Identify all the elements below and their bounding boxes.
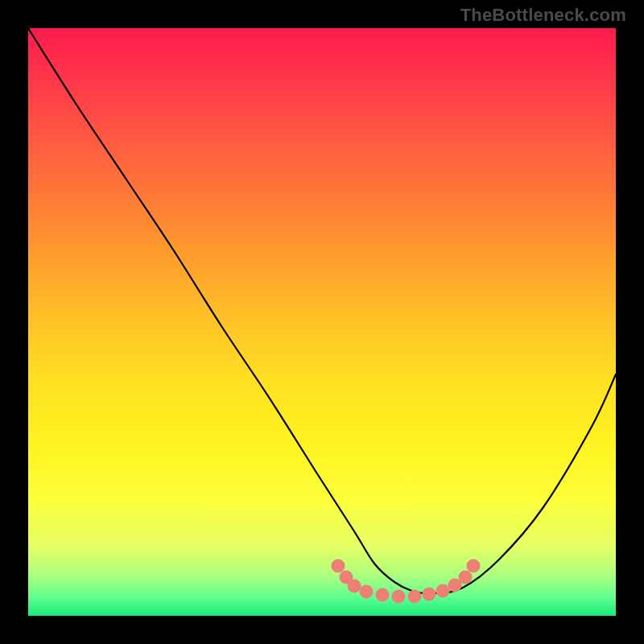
- bottleneck-curve: [28, 28, 616, 593]
- valley-dot: [408, 590, 422, 604]
- valley-dot: [332, 559, 345, 573]
- valley-dot: [436, 584, 450, 598]
- watermark-label: TheBottleneck.com: [460, 5, 626, 26]
- plot-area: [28, 28, 616, 616]
- curve-layer: [28, 28, 616, 616]
- valley-dot: [360, 585, 374, 599]
- chart-frame: TheBottleneck.com: [0, 0, 644, 644]
- valley-dot: [423, 588, 436, 601]
- valley-dots: [332, 559, 481, 604]
- valley-dot: [459, 571, 473, 584]
- valley-dot: [376, 588, 390, 602]
- valley-dot: [348, 580, 361, 593]
- valley-dot: [392, 590, 406, 604]
- valley-dot: [467, 559, 481, 573]
